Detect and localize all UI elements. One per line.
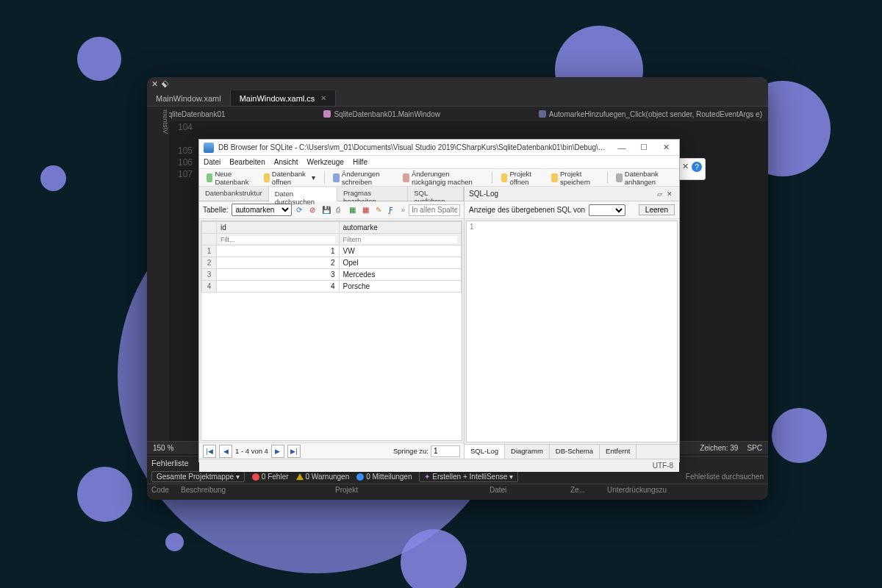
- clear-filter-icon[interactable]: ⊘: [309, 205, 318, 215]
- add-row-icon[interactable]: ▦: [348, 205, 358, 215]
- menu-help[interactable]: Hilfe: [353, 158, 368, 166]
- sql-log-area[interactable]: 1: [466, 220, 678, 442]
- pin-icon[interactable]: ⬓: [161, 79, 171, 88]
- menu-tools[interactable]: Werkzeuge: [307, 158, 344, 166]
- save-icon: [333, 173, 339, 182]
- zoom-level[interactable]: 150 %: [153, 444, 173, 452]
- insert-mode: SPC: [747, 444, 762, 452]
- close-icon[interactable]: ✕: [682, 162, 689, 171]
- vs-titlebar: ✕ ⬓: [147, 77, 768, 90]
- sql-log-label: Anzeige des übergebenen SQL von: [469, 206, 585, 214]
- undo-icon: [403, 173, 409, 182]
- help-popup: ✕ ?: [676, 158, 706, 180]
- error-icon: [252, 473, 259, 481]
- open-project-button[interactable]: Projekt öffnen: [498, 168, 543, 187]
- search-input[interactable]: [409, 204, 460, 216]
- close-icon[interactable]: ✕: [151, 79, 158, 89]
- app-icon: [204, 143, 214, 153]
- warning-icon: [296, 473, 304, 480]
- encoding: UTF-8: [653, 462, 673, 470]
- help-icon[interactable]: ?: [692, 162, 702, 172]
- right-bottom-tabs: SQL-Log Diagramm DB-Schema Entfernt: [465, 444, 679, 459]
- tab-label: MainWindow.xaml: [156, 94, 221, 103]
- db-status-bar: UTF-8: [199, 459, 679, 472]
- folder-icon: [501, 173, 507, 182]
- breadcrumb-class[interactable]: SqliteDatenbank01.MainWindow: [323, 110, 440, 118]
- undock-icon[interactable]: ▱: [654, 190, 664, 198]
- table-row: 44Porsche: [202, 281, 462, 293]
- last-page-button[interactable]: ▶|: [287, 445, 301, 458]
- sql-log-title: SQL-Log: [469, 190, 654, 198]
- tab-diagram[interactable]: Diagramm: [505, 445, 550, 459]
- menu-view[interactable]: Ansicht: [274, 158, 298, 166]
- tab-mainwindow-xaml-cs[interactable]: MainWindow.xaml.cs ✕: [231, 90, 337, 106]
- errors-filter[interactable]: 0 Fehler: [252, 473, 289, 481]
- messages-filter[interactable]: 0 Mitteilungen: [356, 473, 412, 481]
- bg-circle: [772, 408, 827, 463]
- open-db-button[interactable]: Datenbank öffnen ▾: [261, 168, 318, 187]
- db-right-panel: SQL-Log ▱ ✕ Anzeige des übergebenen SQL …: [464, 187, 679, 459]
- warnings-filter[interactable]: 0 Warnungen: [296, 473, 350, 481]
- tab-sql-log[interactable]: SQL-Log: [465, 445, 505, 459]
- menu-edit[interactable]: Bearbeiten: [229, 158, 265, 166]
- page-range: 1 - 4 von 4: [235, 447, 268, 455]
- error-search[interactable]: Fehlerliste durchsuchen: [686, 473, 764, 481]
- tab-remote[interactable]: Entfernt: [600, 445, 637, 459]
- jump-input[interactable]: [431, 445, 460, 457]
- filter-automarke[interactable]: [343, 236, 458, 243]
- sql-source-select[interactable]: [589, 204, 625, 216]
- write-changes-button[interactable]: Änderungen schreiben: [330, 168, 394, 187]
- menu-file[interactable]: Datei: [204, 158, 220, 166]
- tab-browse-data[interactable]: Daten durchsuchen: [269, 187, 337, 201]
- print-icon[interactable]: ⎙: [335, 205, 345, 215]
- refresh-icon[interactable]: ⟳: [295, 205, 305, 215]
- tab-pragmas[interactable]: Pragmas bearbeiten: [337, 187, 408, 201]
- breadcrumb-method[interactable]: AutomarkeHinzufuegen_Click(object sender…: [539, 110, 762, 118]
- bg-circle: [77, 467, 132, 522]
- minimize-button[interactable]: —: [613, 143, 631, 152]
- new-db-button[interactable]: Neue Datenbank: [204, 168, 255, 187]
- close-button[interactable]: ✕: [657, 143, 675, 152]
- revert-changes-button[interactable]: Änderungen rückgängig machen: [400, 168, 486, 187]
- tab-label: MainWindow.xaml.cs: [240, 94, 315, 103]
- first-page-button[interactable]: |◀: [203, 445, 216, 458]
- scope-dropdown[interactable]: Gesamte Projektmappe ▾: [151, 471, 245, 482]
- char-count: Zeichen: 39: [700, 444, 738, 452]
- tab-db-schema[interactable]: DB-Schema: [550, 445, 600, 459]
- error-list-columns: Code Beschreibung Projekt Datei Ze... Un…: [147, 484, 768, 495]
- delete-row-icon[interactable]: ▦: [362, 205, 371, 215]
- filter-icon[interactable]: Ƒ: [388, 205, 398, 215]
- save-project-icon: [551, 173, 557, 182]
- tab-mainwindow-xaml[interactable]: MainWindow.xaml: [147, 90, 231, 106]
- bg-circle: [77, 37, 121, 81]
- db-menubar: Datei Bearbeiten Ansicht Werkzeuge Hilfe: [199, 156, 679, 169]
- tab-structure[interactable]: Datenbankstruktur: [199, 187, 269, 201]
- browse-controls: Tabelle: automarken ⟳ ⊘ 💾 ⎙ ▦ ▦ ✎ Ƒ »: [199, 201, 464, 219]
- bg-circle: [401, 529, 467, 588]
- next-page-button[interactable]: ▶: [271, 445, 284, 458]
- save-project-button[interactable]: Projekt speichern: [548, 168, 600, 187]
- save-icon[interactable]: 💾: [321, 205, 331, 215]
- maximize-button[interactable]: ☐: [635, 143, 653, 152]
- log-line-number: 1: [470, 223, 474, 231]
- attach-db-button[interactable]: Datenbank anhängen: [613, 168, 675, 187]
- tab-execute-sql[interactable]: SQL ausführen: [408, 187, 464, 201]
- build-dropdown[interactable]: ✦ Erstellen + IntelliSense ▾: [419, 471, 518, 482]
- close-icon[interactable]: ✕: [320, 94, 326, 102]
- prev-page-button[interactable]: ◀: [219, 445, 232, 458]
- bg-circle: [40, 165, 66, 191]
- breadcrumb: SqliteDatenbank01 SqliteDatenbank01.Main…: [147, 107, 768, 121]
- close-panel-icon[interactable]: ✕: [664, 190, 675, 198]
- col-id[interactable]: id: [217, 222, 340, 234]
- table-row: 22Opel: [202, 257, 462, 269]
- filter-id[interactable]: [220, 236, 335, 243]
- col-automarke[interactable]: automarke: [339, 222, 462, 234]
- table-row: 11VW: [202, 245, 462, 257]
- bg-circle: [165, 533, 184, 551]
- edit-icon[interactable]: ✎: [375, 205, 384, 215]
- method-icon: [539, 110, 546, 118]
- clear-log-button[interactable]: Leeren: [639, 204, 675, 215]
- info-icon: [356, 473, 364, 481]
- data-grid[interactable]: idautomarke 11VW 22Opel 33Mercedes 44Por…: [201, 220, 462, 441]
- class-icon: [323, 110, 331, 118]
